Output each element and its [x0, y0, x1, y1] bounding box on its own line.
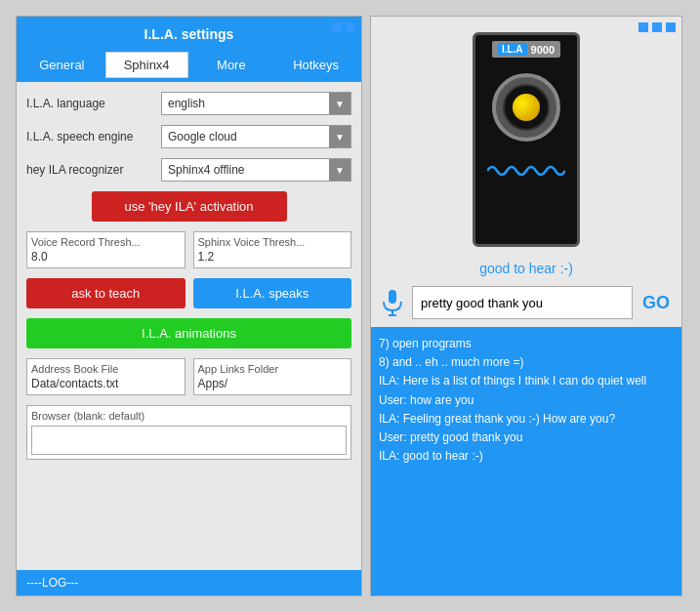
hey-ila-button[interactable]: use 'hey ILA' activation: [92, 191, 287, 222]
robot-eye-pupil: [513, 94, 540, 121]
log-bar: ----LOG---: [17, 570, 361, 595]
chat-input-row: GO: [371, 286, 681, 327]
right-corner-dots: [638, 22, 676, 32]
tab-hotkeys[interactable]: Hotkeys: [274, 52, 357, 78]
speech-engine-row: I.L.A. speech engine Google cloud ▼: [26, 125, 351, 148]
robot-nameplate: I.L.A 9000: [492, 41, 560, 58]
chat-log-line: ILA: Here is a list of things I think I …: [379, 372, 674, 390]
chat-log-line: User: how are you: [379, 391, 674, 410]
tab-sphinx4[interactable]: Sphinx4: [105, 52, 188, 78]
chat-log-line: 8) and .. eh .. much more =): [379, 353, 674, 372]
recognizer-label: hey ILA recognizer: [26, 163, 153, 177]
browser-section: Browser (blank: default): [26, 405, 351, 460]
address-book-label: Address Book File: [31, 363, 181, 375]
speech-engine-select[interactable]: Google cloud ▼: [161, 125, 351, 148]
chat-log-line: User: pretty good thank you: [379, 428, 674, 447]
microphone-icon[interactable]: [379, 286, 406, 319]
left-panel: I.L.A. settings General Sphinx4 More Hot…: [16, 16, 362, 596]
recognizer-value: Sphinx4 offline: [162, 160, 329, 180]
go-button[interactable]: GO: [638, 293, 674, 313]
tab-general[interactable]: General: [21, 52, 103, 78]
voice-record-threshold-value: 8.0: [31, 250, 181, 264]
tabs-row: General Sphinx4 More Hotkeys: [17, 52, 361, 82]
chat-log: 7) open programs8) and .. eh .. much mor…: [371, 327, 681, 595]
recognizer-arrow-icon[interactable]: ▼: [329, 159, 350, 181]
right-corner-dot-1: [638, 22, 648, 32]
address-section: Address Book File Data/contacts.txt App …: [26, 358, 351, 395]
sphinx-voice-threshold-value: 1.2: [198, 250, 348, 264]
voice-record-threshold-box: Voice Record Thresh... 8.0: [26, 231, 185, 268]
robot-eye-ring: [492, 73, 560, 142]
language-row: I.L.A. language english ▼: [26, 92, 351, 115]
chat-log-line: ILA: Feeling great thank you :-) How are…: [379, 410, 674, 428]
tab-more[interactable]: More: [190, 52, 273, 78]
ila-animations-button[interactable]: I.L.A. animations: [26, 318, 351, 348]
corner-dot-1: [332, 22, 342, 32]
threshold-section: Voice Record Thresh... 8.0 Sphinx Voice …: [26, 231, 351, 268]
speech-engine-arrow-icon[interactable]: ▼: [329, 126, 350, 147]
ila-status-text: good to hear :-): [371, 255, 681, 286]
right-corner-dot-3: [666, 22, 676, 32]
browser-label: Browser (blank: default): [31, 410, 347, 422]
action-row-1: ask to teach I.L.A. speaks: [26, 278, 351, 308]
left-corner-dots: [332, 22, 355, 32]
language-arrow-icon[interactable]: ▼: [329, 93, 350, 114]
right-panel: I.L.A 9000 good to hear :-): [370, 16, 682, 596]
language-select[interactable]: english ▼: [161, 92, 351, 115]
robot-ila-label: I.L.A: [498, 43, 527, 56]
ila-speaks-button[interactable]: I.L.A. speaks: [193, 278, 352, 308]
settings-title: I.L.A. settings: [17, 17, 361, 52]
voice-record-threshold-label: Voice Record Thresh...: [31, 236, 181, 248]
app-links-value: Apps/: [198, 377, 348, 390]
sphinx-voice-threshold-box: Sphinx Voice Thresh... 1.2: [193, 231, 352, 268]
recognizer-row: hey ILA recognizer Sphinx4 offline ▼: [26, 158, 351, 182]
robot-eye-inner: [503, 84, 550, 131]
browser-input[interactable]: [31, 426, 347, 455]
recognizer-select[interactable]: Sphinx4 offline ▼: [161, 158, 351, 182]
address-book-box: Address Book File Data/contacts.txt: [26, 358, 185, 395]
language-label: I.L.A. language: [26, 97, 153, 110]
chat-log-line: 7) open programs: [379, 335, 674, 353]
robot-number: 9000: [531, 44, 555, 56]
speech-engine-value: Google cloud: [162, 127, 329, 146]
chat-input[interactable]: [412, 286, 633, 319]
corner-dot-2: [346, 22, 355, 32]
language-value: english: [162, 94, 329, 113]
ask-teach-button[interactable]: ask to teach: [26, 278, 185, 308]
robot-section: I.L.A 9000: [371, 17, 681, 255]
sphinx-voice-threshold-label: Sphinx Voice Thresh...: [198, 236, 348, 248]
right-corner-dot-2: [652, 22, 662, 32]
chat-log-line: ILA: good to hear :-): [379, 447, 674, 466]
svg-rect-0: [389, 290, 396, 304]
app-links-label: App Links Folder: [198, 363, 348, 375]
speech-engine-label: I.L.A. speech engine: [26, 130, 153, 143]
app-links-box: App Links Folder Apps/: [193, 358, 352, 395]
address-book-value: Data/contacts.txt: [31, 377, 181, 390]
settings-body: I.L.A. language english ▼ I.L.A. speech …: [17, 82, 361, 570]
robot-body: I.L.A 9000: [473, 32, 580, 247]
robot-wave-icon: [487, 161, 565, 181]
